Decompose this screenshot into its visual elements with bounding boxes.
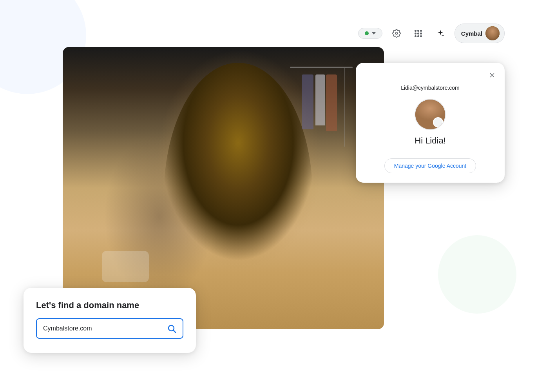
close-icon [489,72,496,79]
account-button[interactable]: Cymbal [455,24,505,43]
apps-button[interactable] [411,25,426,41]
search-icon [167,324,176,333]
account-label: Cymbal [461,30,482,37]
close-popup-button[interactable] [486,69,498,82]
domain-card: Let's find a domain name [24,288,196,353]
chevron-down-icon [372,32,376,34]
spark-icon [436,29,445,38]
avatar-inner [415,100,445,129]
popup-email: Lidia@cymbalstore.com [356,85,505,91]
scene: Cymbal Lidia@cymbalstore.com Hi Lidia! M… [0,0,536,392]
avatar-face [485,26,500,40]
popup-avatar-section: Hi Lidia! [356,99,505,154]
domain-search-input[interactable] [43,325,165,332]
domain-search-button[interactable] [165,322,178,335]
gear-icon [392,29,401,38]
svg-line-4 [174,330,176,333]
account-avatar [485,26,500,40]
rack-bar [290,67,353,68]
rack-pole-1 [344,68,345,147]
popup-header [356,63,505,85]
grid-icon [415,30,422,37]
ai-assistant-button[interactable] [433,25,448,41]
domain-card-title: Let's find a domain name [36,300,183,310]
clothing-item-1 [302,74,313,129]
sewing-machine [102,251,149,282]
clothing-item-3 [326,74,337,131]
status-dot-icon [365,31,369,35]
domain-search-box [36,318,183,339]
status-button[interactable] [358,28,382,39]
settings-button[interactable] [389,25,404,41]
hero-photo [63,47,384,329]
svg-point-0 [395,32,398,34]
manage-google-account-button[interactable]: Manage your Google Account [384,158,476,173]
popup-avatar [415,99,446,130]
account-popup: Lidia@cymbalstore.com Hi Lidia! Manage y… [356,63,505,183]
bg-decoration-2 [438,235,516,314]
clothing-item-2 [315,74,325,125]
navbar: Cymbal [358,24,505,43]
popup-greeting: Hi Lidia! [415,136,445,146]
